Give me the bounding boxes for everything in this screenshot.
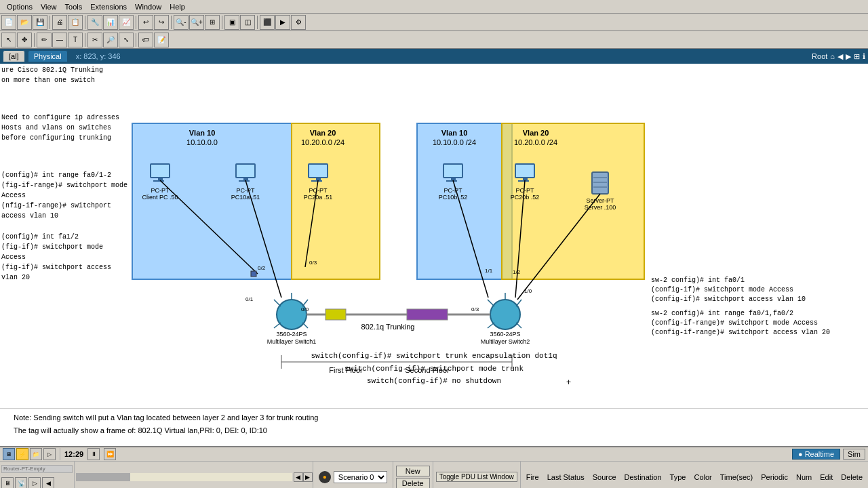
note-line-5: before configuring trunking — [1, 133, 130, 143]
pdu-icon-2[interactable]: 📡 — [15, 477, 27, 488]
zoom-fit-btn[interactable]: ⊞ — [205, 15, 220, 30]
menu-window[interactable]: Window — [131, 1, 165, 12]
tab-logical[interactable]: [al] — [3, 50, 25, 62]
zoom-out-btn[interactable]: 🔍- — [174, 15, 189, 30]
btn2[interactable]: 📋 — [68, 15, 83, 30]
btn8[interactable]: ▣ — [224, 15, 239, 30]
forward-icon[interactable]: ▶ — [846, 52, 851, 61]
print-btn[interactable]: 🖨 — [52, 15, 67, 30]
menu-extensions[interactable]: Extensions — [86, 1, 131, 12]
note-1: Note: Sending switch will put a Vlan tag… — [14, 411, 854, 424]
scenario-area: ● Scenario 0 — [313, 462, 393, 488]
scenario-select[interactable]: Scenario 0 — [334, 471, 387, 483]
svg-rect-34 — [518, 180, 529, 182]
menu-options[interactable]: Options — [3, 1, 37, 12]
note-line-1: ure Cisco 802.1Q Trunking — [1, 65, 130, 75]
cluster-icon[interactable]: ⊞ — [854, 52, 860, 61]
config-line-5: (fig-if)# switchport mode Access — [1, 242, 130, 262]
menu-view[interactable]: View — [37, 1, 61, 12]
col-periodic: Periodic — [761, 473, 788, 481]
line-btn[interactable]: — — [52, 33, 67, 47]
btn4[interactable]: 📊 — [103, 15, 118, 30]
tab-physical[interactable]: Physical — [28, 50, 68, 62]
time-controls-row: 🖥 ⚡ 📁 ▷ 12:29 ⏸ ⏩ ● Realtime Sim — [0, 447, 868, 462]
svg-line-66 — [515, 180, 525, 298]
col-fire: Fire — [526, 473, 539, 481]
tag-btn[interactable]: 🏷 — [138, 33, 153, 47]
svg-line-65 — [453, 180, 488, 298]
svg-line-44 — [274, 300, 281, 306]
svg-text:Vlan 20: Vlan 20 — [523, 129, 549, 137]
svg-text:(config-if)# switchport mode A: (config-if)# switchport mode Access — [651, 286, 793, 293]
text-btn[interactable]: T — [68, 33, 83, 47]
zoom-in-btn[interactable]: 🔍+ — [189, 15, 204, 30]
select-btn[interactable]: ↖ — [1, 33, 16, 47]
btn5[interactable]: 📈 — [119, 15, 134, 30]
svg-line-55 — [488, 323, 494, 328]
device-icon-3[interactable]: 📁 — [30, 448, 42, 460]
btn3[interactable]: 🔧 — [87, 15, 102, 30]
main-canvas: ure Cisco 802.1Q Trunking on more than o… — [0, 64, 868, 408]
delete-pdu-btn[interactable]: Delete — [396, 478, 430, 488]
svg-line-59 — [160, 180, 258, 274]
btn6[interactable]: ↩ — [138, 15, 153, 30]
svg-text:1/2: 1/2 — [513, 269, 521, 275]
scroll-right-btn[interactable]: ▶ — [303, 472, 313, 482]
save-btn[interactable]: 💾 — [33, 15, 47, 30]
svg-rect-37 — [592, 172, 608, 194]
svg-rect-18 — [243, 178, 248, 180]
home-icon[interactable]: ⌂ — [830, 52, 835, 60]
pause-btn[interactable]: ⏸ — [87, 448, 100, 460]
svg-text:0/3: 0/3 — [309, 260, 317, 266]
col-source: Source — [593, 473, 616, 481]
realtime-btn[interactable]: ● Realtime — [792, 449, 840, 460]
info-icon[interactable]: ℹ — [863, 52, 865, 61]
config-line-1: (config)# int range fa0/1-2 — [1, 170, 130, 180]
svg-line-56 — [516, 323, 521, 328]
svg-text:(config-if-range)# switchport : (config-if-range)# switchport mode Acces… — [651, 319, 818, 327]
time-display: 12:29 — [64, 450, 83, 458]
sim-btn[interactable]: Sim — [843, 449, 865, 460]
scroll-left-btn[interactable]: ◀ — [294, 472, 303, 482]
toggle-pdu-btn[interactable]: Toggle PDU List Window — [436, 472, 517, 482]
pdu-table-header: Fire Last Status Source Destination Type… — [521, 473, 868, 481]
inspect-btn[interactable]: 🔎 — [103, 33, 118, 47]
config-line-2: (fig-if-range)# switchport mode Access — [1, 180, 130, 201]
btn11[interactable]: ▶ — [275, 15, 290, 30]
menu-tools[interactable]: Tools — [61, 1, 87, 12]
svg-text:Multilayer Switch1: Multilayer Switch1 — [267, 338, 317, 345]
new-pdu-btn[interactable]: New — [396, 466, 430, 476]
config-trunk-line-2: switch(config-if)# switchport mode trunk — [136, 363, 732, 375]
svg-text:sw-2 config)# int range fa0/1,: sw-2 config)# int range fa0/1,fa0/2 — [651, 310, 793, 317]
forward-btn[interactable]: ⏩ — [104, 448, 116, 460]
btn12[interactable]: ⚙ — [291, 15, 306, 30]
btn7[interactable]: ↪ — [154, 15, 169, 30]
svg-text:10.20.0.0 /24: 10.20.0.0 /24 — [301, 138, 344, 146]
btn9[interactable]: ◫ — [240, 15, 255, 30]
svg-rect-29 — [446, 180, 457, 182]
draw-btn[interactable]: ✏ — [37, 33, 52, 47]
svg-line-47 — [274, 323, 281, 328]
move-btn[interactable]: ✥ — [17, 33, 32, 47]
del-btn[interactable]: ✂ — [87, 33, 102, 47]
back-icon[interactable]: ◀ — [837, 52, 843, 61]
pdu-icon-1[interactable]: 🖥 — [1, 477, 14, 488]
realtime-label: Realtime — [805, 450, 834, 458]
device-icon-1[interactable]: 🖥 — [3, 448, 15, 460]
svg-text:PC-PT: PC-PT — [151, 187, 170, 194]
btn10[interactable]: ⬛ — [260, 15, 275, 30]
menu-help[interactable]: Help — [165, 1, 189, 12]
pdu-icon-3[interactable]: ▷ — [28, 477, 41, 488]
new-btn[interactable]: 📄 — [1, 15, 16, 30]
pdu-icon-4[interactable]: ◀ — [42, 477, 54, 488]
config-trunk-line-3: switch(config-if)# no shutdown — [136, 375, 732, 388]
note-btn[interactable]: 📝 — [154, 33, 169, 47]
device-icon-2[interactable]: ⚡ — [16, 448, 28, 460]
resize-btn[interactable]: ⤡ — [119, 33, 134, 47]
col-type: Type — [670, 473, 686, 481]
col-delete: Delete — [841, 473, 863, 481]
menu-bar: Options View Tools Extensions Window Hel… — [0, 0, 868, 14]
open-btn[interactable]: 📂 — [17, 15, 32, 30]
device-icon-4[interactable]: ▷ — [43, 448, 56, 460]
sep7 — [34, 33, 35, 47]
